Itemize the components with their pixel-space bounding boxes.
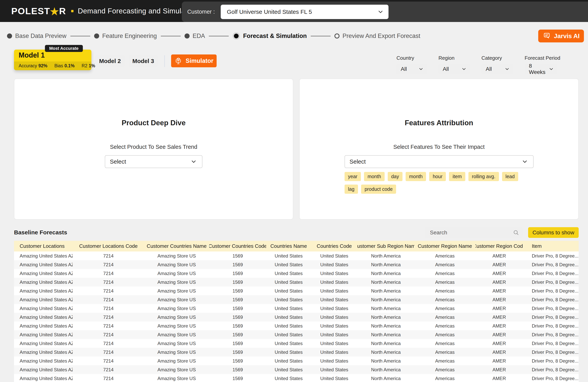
customer-select[interactable]: Golf Universe United States FL 5 xyxy=(221,5,388,19)
search-input[interactable] xyxy=(425,227,523,238)
table-cell: Amazing United States AZ 2 xyxy=(14,348,73,357)
stepper-step-1[interactable]: Feature Engineering xyxy=(94,32,157,40)
table-cell: 7214 xyxy=(73,357,144,365)
table-cell: 1569 xyxy=(209,287,266,295)
filter-select[interactable]: All xyxy=(397,64,427,74)
model-1-card[interactable]: Model 1 Accuracy92%Bias0.1%R21% xyxy=(14,50,91,70)
table-header-cell: Customer Countries Code xyxy=(209,241,266,252)
table-cell: Amazing Store US xyxy=(144,321,209,330)
filter-select[interactable]: 8 Weeks xyxy=(525,64,557,74)
table-cell: 1569 xyxy=(209,260,266,269)
baseline-forecasts-title: Baseline Forecasts xyxy=(14,229,67,236)
feature-tag[interactable]: rolling avg. xyxy=(468,172,499,181)
customer-label: Customer : xyxy=(187,9,215,15)
table-cell: AMER xyxy=(475,313,523,321)
model-2-button[interactable]: Model 2 xyxy=(95,55,125,67)
features-attribution-subtitle: Select Features To See Their Impact xyxy=(393,144,485,150)
table-cell: 1569 xyxy=(209,252,266,260)
step-dot-icon xyxy=(185,33,189,39)
table-cell: Americas xyxy=(414,269,475,278)
table-row: Amazing United States AZ 27214Amazing St… xyxy=(14,252,579,260)
feature-tag[interactable]: item xyxy=(449,172,465,181)
simulator-button[interactable]: Simulator xyxy=(171,54,217,67)
feature-tags: yearmonthdaymonthhouritemrolling avg.lea… xyxy=(345,172,534,194)
table-cell: United States xyxy=(311,348,357,357)
table-cell: Amazing United States AZ 2 xyxy=(14,269,73,278)
table-cell: Amazing Store US xyxy=(144,304,209,313)
filter-select[interactable]: All xyxy=(482,64,513,74)
table-cell: Amazing Store US xyxy=(144,295,209,304)
feature-tag[interactable]: lead xyxy=(502,172,518,181)
table-cell: United States xyxy=(311,287,357,295)
table-cell: Amazing Store US xyxy=(144,252,209,260)
table-header-cell: Customer Countries Name xyxy=(144,241,209,252)
columns-to-show-button[interactable]: Columns to show xyxy=(528,227,579,238)
feature-tag[interactable]: product code xyxy=(361,185,396,194)
table-cell: AMER xyxy=(475,365,523,374)
table-cell: United States xyxy=(311,278,357,287)
table-cell: Driver Pro, 8 Degree... xyxy=(523,330,579,339)
table-cell: Driver Pro, 8 Degree... xyxy=(523,304,579,313)
table-cell: Driver Pro, 8 Degree... xyxy=(523,295,579,304)
step-connector xyxy=(209,36,229,36)
feature-tag[interactable]: month xyxy=(364,172,384,181)
feature-tag[interactable]: lag xyxy=(345,185,358,194)
table-cell: North America xyxy=(357,269,414,278)
table-cell: Amazing Store US xyxy=(144,348,209,357)
table-row: Amazing United States AZ 27214Amazing St… xyxy=(14,321,579,330)
table-cell: United States xyxy=(311,365,357,374)
filter-category: CategoryAll xyxy=(482,55,513,74)
model-1-card-wrap: Most Accurate Model 1 Accuracy92%Bias0.1… xyxy=(14,50,91,70)
simulator-cube-icon xyxy=(174,57,182,65)
filter-forecast-period: Forecast Period8 Weeks xyxy=(525,55,560,74)
table-cell: AMER xyxy=(475,295,523,304)
chevron-down-icon xyxy=(461,66,467,72)
table-cell: AMER xyxy=(475,278,523,287)
features-select[interactable]: Select xyxy=(345,155,534,168)
table-cell: Driver Pro, 8 Degree... xyxy=(523,313,579,321)
table-cell: Driver Pro, 8 Degree... xyxy=(523,260,579,269)
table-cell: 7214 xyxy=(73,278,144,287)
table-cell: Americas xyxy=(414,313,475,321)
table-cell: 1569 xyxy=(209,330,266,339)
page-title: Demand Forecasting and Simulation xyxy=(78,7,197,15)
stepper-step-4[interactable]: Preview And Export Forecast xyxy=(335,32,420,40)
table-cell: Amazing Store US xyxy=(144,339,209,348)
stepper-step-0[interactable]: Base Data Preview xyxy=(7,32,66,40)
step-label: Feature Engineering xyxy=(102,32,157,40)
table-cell: 7214 xyxy=(73,287,144,295)
chat-icon xyxy=(543,32,551,40)
step-dot-icon xyxy=(335,33,339,39)
table-cell: Americas xyxy=(414,348,475,357)
table-cell: AMER xyxy=(475,330,523,339)
feature-tag[interactable]: year xyxy=(345,172,361,181)
stepper-step-2[interactable]: EDA xyxy=(185,32,205,40)
table-cell: North America xyxy=(357,287,414,295)
table-cell: North America xyxy=(357,321,414,330)
feature-tag[interactable]: hour xyxy=(429,172,446,181)
feature-tag[interactable]: day xyxy=(388,172,402,181)
model-3-button[interactable]: Model 3 xyxy=(128,55,158,67)
jarvis-ai-button[interactable]: Jarvis AI xyxy=(538,30,584,42)
table-cell: Driver Pro, 8 Degree... xyxy=(523,321,579,330)
table-row: Amazing United States AZ 27214Amazing St… xyxy=(14,304,579,313)
feature-tag[interactable]: month xyxy=(406,172,426,181)
table-cell: United States xyxy=(266,339,311,348)
table-cell: 1569 xyxy=(209,269,266,278)
filter-select[interactable]: All xyxy=(439,64,470,74)
step-connector xyxy=(161,36,181,36)
stepper-step-3[interactable]: Forecast & Simulation xyxy=(232,32,307,40)
app-header: POLEST★R Demand Forecasting and Simulati… xyxy=(0,0,588,22)
stepper: Base Data PreviewFeature EngineeringEDAF… xyxy=(7,29,420,43)
filter-country: CountryAll xyxy=(397,55,427,74)
table-cell: 1569 xyxy=(209,321,266,330)
table-cell: Amazing United States AZ 2 xyxy=(14,374,73,382)
product-select[interactable]: Select xyxy=(105,155,202,168)
table-cell: Amazing United States AZ 2 xyxy=(14,304,73,313)
table-cell: AMER xyxy=(475,348,523,357)
step-connector xyxy=(311,36,331,36)
step-dot-icon xyxy=(7,33,12,39)
table-cell: Amazing United States AZ 2 xyxy=(14,313,73,321)
table-row: Amazing United States AZ 27214Amazing St… xyxy=(14,278,579,287)
baseline-forecasts-table: Customer LocationsCustomer Locations Cod… xyxy=(14,241,579,382)
